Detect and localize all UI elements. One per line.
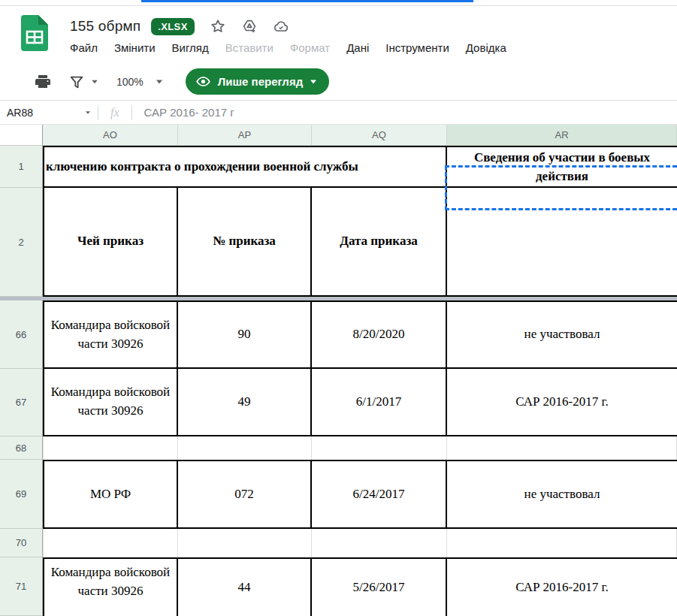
cell-ap2[interactable]: № приказа xyxy=(178,188,312,295)
row-header-71[interactable]: 71 xyxy=(0,557,43,616)
view-only-button[interactable]: Лише перегляд xyxy=(186,68,329,95)
view-only-label: Лише перегляд xyxy=(218,75,303,88)
menu-tools[interactable]: Інструменти xyxy=(385,41,449,54)
cell-ap68[interactable] xyxy=(178,436,312,460)
filter-dropdown-caret[interactable] xyxy=(92,80,98,83)
cell-ao69[interactable]: МО РФ xyxy=(43,461,178,527)
spreadsheet-grid: AO AP AQ AR 1 ключению контракта о прохо… xyxy=(0,125,677,616)
row-header-2[interactable]: 2 xyxy=(0,188,43,297)
table-row: 68 xyxy=(0,436,677,460)
table-row: 70 xyxy=(0,529,677,557)
menu-help[interactable]: Довідка xyxy=(466,41,506,54)
cell-ar67[interactable]: САР 2016-2017 г. xyxy=(447,369,677,435)
cell-ao66[interactable]: Командира войсковой части 30926 xyxy=(43,302,178,367)
cell-ar70[interactable] xyxy=(447,529,677,557)
menu-file[interactable]: Файл xyxy=(70,41,98,54)
cell-ar2[interactable] xyxy=(447,188,677,295)
column-header-ao[interactable]: AO xyxy=(43,125,178,146)
sheets-logo[interactable] xyxy=(21,15,50,51)
menu-bar: Файл Змінити Вигляд Вставити Формат Дані… xyxy=(70,41,506,54)
cell-ao71[interactable]: Командира войсковой части 30926 xyxy=(43,559,178,616)
cell-ap71[interactable]: 44 xyxy=(178,559,312,616)
formula-bar: AR88 fx САР 2016- 2017 г xyxy=(0,101,677,125)
toolbar: 100% Лише перегляд xyxy=(0,63,677,101)
cloud-check-icon[interactable] xyxy=(273,18,289,35)
name-box-caret[interactable] xyxy=(86,111,90,114)
column-header-ar[interactable]: AR xyxy=(447,125,677,146)
cell-ao67[interactable]: Командира войсковой части 30926 xyxy=(43,369,178,435)
cell-aq67[interactable]: 6/1/2017 xyxy=(312,369,447,435)
cell-ar69[interactable]: не участвовал xyxy=(447,461,677,527)
cell-ao68[interactable] xyxy=(43,436,178,460)
row-header-68[interactable]: 68 xyxy=(0,436,43,460)
row-header-67[interactable]: 67 xyxy=(0,369,43,436)
cell-ap70[interactable] xyxy=(178,529,312,557)
cell-aq66[interactable]: 8/20/2020 xyxy=(312,302,447,367)
print-icon[interactable] xyxy=(34,73,52,91)
column-header-ap[interactable]: AP xyxy=(178,125,312,146)
cell-aq69[interactable]: 6/24/2017 xyxy=(312,461,447,527)
cell-ar1[interactable]: Сведения об участии в боевых действия xyxy=(447,147,677,186)
frozen-row-1: 1 ключению контракта о прохождении военн… xyxy=(0,146,677,188)
table-row: 71 Командира войсковой части 30926 44 5/… xyxy=(0,557,677,616)
document-title[interactable]: 155 обрмп xyxy=(70,18,141,35)
zoom-select[interactable]: 100% xyxy=(116,76,144,88)
star-icon[interactable] xyxy=(210,18,226,35)
column-header-row: AO AP AQ AR xyxy=(0,125,677,146)
menu-view[interactable]: Вигляд xyxy=(172,41,209,54)
column-header-aq[interactable]: AQ xyxy=(312,125,447,146)
cell-ar71[interactable]: САР 2016-2017 г. xyxy=(447,559,677,616)
fx-icon: fx xyxy=(110,106,119,119)
menu-data[interactable]: Дані xyxy=(346,41,369,54)
browser-tab-accent xyxy=(141,0,473,2)
menu-format: Формат xyxy=(290,41,330,54)
cell-ao2[interactable]: Чей приказ xyxy=(43,188,178,295)
cell-ao70[interactable] xyxy=(43,529,178,557)
row-header-1[interactable]: 1 xyxy=(0,146,43,188)
menu-edit[interactable]: Змінити xyxy=(114,41,156,54)
document-header: 155 обрмп .XLSX xyxy=(70,15,289,38)
row-header-66[interactable]: 66 xyxy=(0,300,43,369)
table-row: 69 МО РФ 072 6/24/2017 не участвовал xyxy=(0,460,677,529)
frozen-row-2: 2 Чей приказ № приказа Дата приказа xyxy=(0,188,677,297)
cell-ap69[interactable]: 072 xyxy=(178,461,312,527)
row-header-69[interactable]: 69 xyxy=(0,460,43,529)
formula-input[interactable]: САР 2016- 2017 г xyxy=(144,106,234,119)
cell-aq70[interactable] xyxy=(312,529,447,557)
drive-shortcut-icon[interactable] xyxy=(241,18,258,35)
cell-ar68[interactable] xyxy=(447,436,677,460)
eye-icon xyxy=(195,74,211,89)
menu-insert: Вставити xyxy=(225,41,274,54)
cell-merged-ao1[interactable]: ключению контракта о прохождении военной… xyxy=(43,147,447,186)
cell-aq71[interactable]: 5/26/2017 xyxy=(312,559,447,616)
cell-aq68[interactable] xyxy=(312,436,447,460)
divider xyxy=(131,105,132,120)
zoom-dropdown-caret[interactable] xyxy=(156,80,162,83)
cell-aq2[interactable]: Дата приказа xyxy=(312,188,447,295)
filter-icon[interactable] xyxy=(68,74,85,90)
cell-ar66[interactable]: не участвовал xyxy=(447,302,677,367)
cell-ap67[interactable]: 49 xyxy=(178,369,312,435)
xlsx-badge: .XLSX xyxy=(151,18,195,35)
table-row: 67 Командира войсковой части 30926 49 6/… xyxy=(0,369,677,436)
view-only-caret xyxy=(310,80,316,83)
cell-reference-box[interactable]: AR88 xyxy=(0,107,84,119)
select-all-corner[interactable] xyxy=(0,125,43,146)
row-header-70[interactable]: 70 xyxy=(0,529,43,557)
divider xyxy=(98,105,98,120)
browser-edge-strip xyxy=(0,0,677,6)
cell-ap66[interactable]: 90 xyxy=(178,302,312,367)
table-row: 66 Командира войсковой части 30926 90 8/… xyxy=(0,300,677,369)
